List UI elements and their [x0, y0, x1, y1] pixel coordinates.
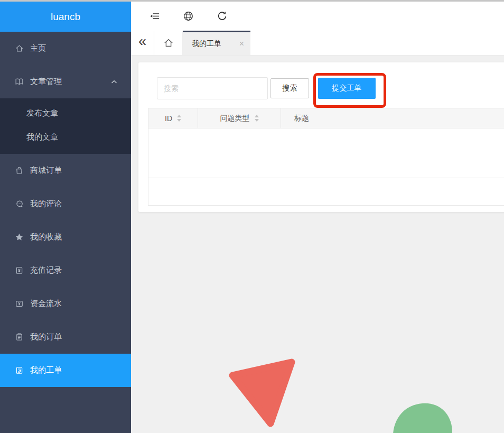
blob-shape: [393, 403, 452, 433]
sidebar-item-mall-orders[interactable]: 商城订单: [0, 154, 131, 187]
sidebar-item-label: 充值记录: [30, 265, 62, 275]
column-label: 标题: [294, 114, 309, 123]
sidebar-item-my-favorites[interactable]: 我的收藏: [0, 220, 131, 254]
tab-close-icon[interactable]: ×: [239, 40, 244, 48]
chevron-up-icon: [111, 80, 117, 84]
globe-icon: [183, 11, 193, 21]
sidebar-menu: 主页文章管理发布文章我的文章商城订单我的评论我的收藏充值记录资金流水我的订单我的…: [0, 32, 131, 387]
table-body-empty: [148, 128, 504, 178]
sidebar-subitem-my-articles[interactable]: 我的文章: [0, 125, 131, 149]
table-header-row: ID问题类型标题: [148, 108, 504, 128]
card-toolbar: 搜索 提交工单: [157, 77, 504, 99]
sidebar-item-recharge-records[interactable]: 充值记录: [0, 254, 131, 287]
sidebar-item-fund-flow[interactable]: 资金流水: [0, 287, 131, 320]
funds-icon: [15, 299, 24, 308]
sort-desc-icon[interactable]: [177, 119, 181, 122]
recharge-icon: [15, 266, 24, 275]
ticket-icon: [15, 366, 24, 375]
sort-asc-icon[interactable]: [177, 115, 181, 117]
sort-asc-icon[interactable]: [255, 115, 259, 117]
sort-icon[interactable]: [255, 115, 259, 122]
sidebar-item-label: 文章管理: [30, 77, 62, 87]
book-icon: [15, 77, 24, 86]
sidebar-item-label: 商城订单: [30, 165, 62, 176]
tabs-collapse-button[interactable]: «: [131, 31, 154, 55]
tab-bar: « 我的工单 ×: [131, 31, 504, 56]
double-chevron-left-icon: «: [138, 33, 146, 50]
star-icon: [15, 233, 24, 242]
sidebar-item-label: 我的收藏: [30, 232, 62, 242]
sidebar-item-my-tickets[interactable]: 我的工单: [0, 354, 131, 387]
topbar: [131, 2, 504, 31]
column-label: 问题类型: [220, 114, 250, 123]
column-header-id: ID: [148, 108, 198, 128]
search-button[interactable]: 搜索: [270, 78, 309, 98]
submit-ticket-button[interactable]: 提交工单: [318, 78, 376, 99]
sidebar-item-label: 我的评论: [30, 199, 62, 209]
sidebar-item-my-orders[interactable]: 我的订单: [0, 320, 131, 354]
search-input[interactable]: [157, 77, 268, 99]
collapse-menu-icon: [150, 11, 160, 21]
sidebar-item-label: 资金流水: [30, 299, 62, 309]
home-icon: [15, 44, 24, 53]
sidebar-submenu: 发布文章我的文章: [0, 98, 131, 154]
sidebar: luancb 主页文章管理发布文章我的文章商城订单我的评论我的收藏充值记录资金流…: [0, 0, 131, 433]
order-icon: [15, 333, 24, 342]
column-label: ID: [165, 114, 172, 123]
column-header-title: 标题: [281, 108, 504, 128]
column-header-issue-type: 问题类型: [198, 108, 281, 128]
table-footer-empty: [148, 178, 504, 205]
content-area: 搜索 提交工单 ID问题类型标题: [131, 56, 504, 433]
sort-icon[interactable]: [177, 115, 181, 122]
sidebar-item-article-management[interactable]: 文章管理: [0, 65, 131, 98]
sidebar-item-home[interactable]: 主页: [0, 32, 131, 65]
refresh-button[interactable]: [205, 2, 239, 31]
tab-home[interactable]: [154, 31, 183, 55]
app-logo: luancb: [0, 2, 131, 32]
sidebar-item-label: 我的订单: [30, 332, 62, 342]
sidebar-subitem-publish-article[interactable]: 发布文章: [0, 101, 131, 125]
page: luancb 主页文章管理发布文章我的文章商城订单我的评论我的收藏充值记录资金流…: [0, 0, 504, 433]
language-button[interactable]: [171, 2, 205, 31]
sidebar-item-label: 我的工单: [30, 365, 62, 375]
window-top-border: [0, 0, 504, 2]
collapse-sidebar-button[interactable]: [137, 2, 171, 31]
sidebar-item-label: 主页: [30, 43, 46, 53]
home-icon: [163, 38, 174, 48]
main-area: « 我的工单 × 搜索 提交工单 ID问: [131, 2, 504, 433]
comment-icon: [15, 199, 24, 208]
tab-my-tickets[interactable]: 我的工单 ×: [183, 31, 250, 55]
tickets-table: ID问题类型标题: [148, 108, 504, 206]
tab-label: 我的工单: [192, 39, 221, 49]
refresh-icon: [217, 11, 227, 21]
shopping-bag-icon: [15, 166, 24, 175]
sort-desc-icon[interactable]: [255, 119, 259, 122]
triangle-shape: [232, 362, 292, 423]
tickets-card: 搜索 提交工单 ID问题类型标题: [138, 62, 504, 212]
sidebar-item-my-comments[interactable]: 我的评论: [0, 187, 131, 220]
